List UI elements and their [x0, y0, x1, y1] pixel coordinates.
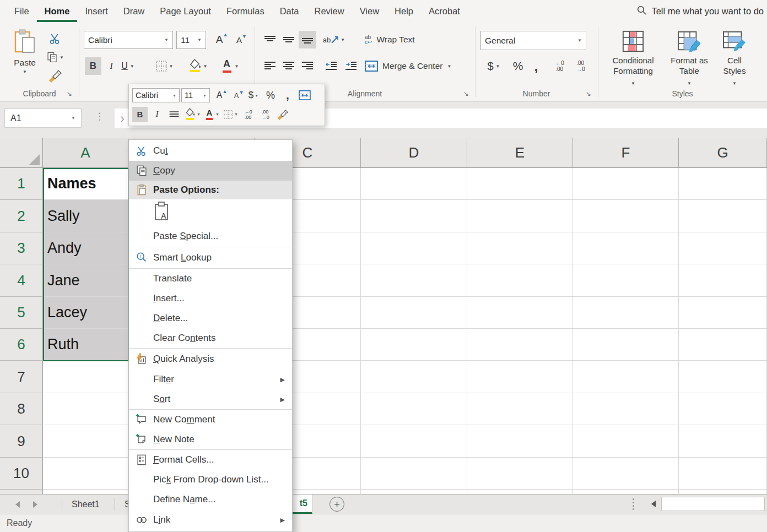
row-header-6[interactable]: 6 [0, 329, 43, 361]
tell-me-search[interactable]: Tell me what you want to do [637, 0, 767, 22]
comma-style-button[interactable]: , [529, 57, 543, 75]
cell-A10[interactable] [43, 458, 128, 490]
conditional-formatting-button[interactable]: Conditional Formatting ▼ [607, 26, 659, 91]
cell-D10[interactable] [361, 458, 467, 490]
cell-F3[interactable] [573, 232, 679, 264]
cell-F10[interactable] [573, 458, 679, 490]
cell-D9[interactable] [361, 425, 467, 458]
mini-borders-button[interactable] [222, 107, 239, 122]
menu-item-quick-analysis[interactable]: Quick Analysis [129, 349, 292, 370]
cell-A6[interactable]: Ruth [43, 329, 128, 361]
shrink-font-button[interactable]: A▼ [230, 31, 248, 48]
cell-A4[interactable]: Jane [43, 264, 128, 297]
tab-formulas[interactable]: Formulas [219, 0, 272, 22]
cell-D2[interactable] [361, 200, 467, 232]
decrease-decimal-button[interactable]: .00→0 [571, 57, 591, 75]
tab-home[interactable]: Home [37, 0, 78, 22]
accounting-format-button[interactable]: $ ▼ [483, 57, 505, 75]
align-middle-button[interactable] [280, 31, 298, 48]
cell-D3[interactable] [361, 232, 467, 264]
cell-A2[interactable]: Sally [43, 200, 128, 232]
row-header-10[interactable]: 10 [0, 458, 43, 490]
column-header-E[interactable]: E [467, 138, 573, 168]
fill-color-button[interactable]: ▼ [186, 57, 209, 75]
name-box[interactable]: A1 [4, 108, 82, 128]
cell-F7[interactable] [573, 361, 679, 393]
cell-F2[interactable] [573, 200, 679, 232]
increase-indent-button[interactable] [342, 57, 360, 75]
cell-G2[interactable] [679, 200, 767, 232]
underline-button[interactable]: U▼ [120, 57, 136, 75]
font-family-combo[interactable]: Calibri [84, 31, 173, 49]
cell-E4[interactable] [467, 264, 573, 297]
mini-font-color-button[interactable]: A [203, 107, 220, 122]
tab-view[interactable]: View [352, 0, 387, 22]
menu-item-paste-special[interactable]: Paste Special... [129, 226, 292, 247]
menu-item-sort[interactable]: Sort [129, 389, 292, 409]
cell-D4[interactable] [361, 264, 467, 297]
clipboard-dialog-launcher-icon[interactable] [65, 89, 74, 98]
row-header-1[interactable]: 1 [0, 168, 43, 200]
cell-F5[interactable] [573, 297, 679, 329]
mini-increase-decimal-button[interactable]: ←0.00 [241, 107, 256, 122]
align-top-button[interactable] [261, 31, 279, 48]
column-header-D[interactable]: D [361, 138, 467, 168]
mini-decrease-decimal-button[interactable]: .00→0 [258, 107, 273, 122]
menu-item-cut[interactable]: Cut [129, 141, 292, 161]
tab-scroll-handle[interactable] [633, 498, 634, 510]
menu-item-new-note[interactable]: New Note [129, 430, 292, 449]
cell-G11[interactable] [679, 490, 767, 494]
column-header-A[interactable]: A [43, 138, 128, 168]
font-color-button[interactable]: A ▼ [218, 57, 241, 75]
cut-button[interactable] [46, 30, 64, 47]
paste-button[interactable]: Paste ▼ [4, 29, 45, 86]
copy-button[interactable]: ▼ [46, 48, 64, 66]
cell-A7[interactable] [43, 361, 128, 393]
mini-font-family-combo[interactable]: Calibri [132, 88, 180, 102]
cell-D8[interactable] [361, 393, 467, 425]
align-right-button[interactable] [299, 57, 316, 75]
cell-G10[interactable] [679, 458, 767, 490]
number-format-combo[interactable]: General [480, 31, 586, 50]
mini-center-button[interactable] [166, 107, 182, 122]
cell-D1[interactable] [361, 168, 467, 200]
menu-item-translate[interactable]: Translate [129, 269, 292, 289]
row-header-9[interactable]: 9 [0, 425, 43, 458]
mini-font-size-combo[interactable]: 11 [181, 88, 210, 102]
cell-E1[interactable] [467, 168, 573, 200]
menu-item-smart-lookup[interactable]: i Smart Lookup [129, 247, 292, 268]
italic-button[interactable]: I [104, 57, 119, 75]
cell-D11[interactable] [361, 490, 467, 494]
column-header-F[interactable]: F [573, 138, 679, 168]
cell-G5[interactable] [679, 297, 767, 329]
mini-italic-button[interactable]: I [149, 107, 165, 122]
menu-item-format-cells[interactable]: Format Cells... [129, 450, 292, 470]
paste-button[interactable]: A [153, 201, 170, 224]
cell-D7[interactable] [361, 361, 467, 393]
bold-button[interactable]: B [85, 57, 101, 75]
mini-grow-font-button[interactable]: A▲ [212, 88, 227, 103]
mini-shrink-font-button[interactable]: A▼ [229, 88, 244, 103]
menu-item-pick-from-list[interactable]: Pick From Drop-down List... [129, 470, 292, 490]
cell-E9[interactable] [467, 425, 573, 458]
number-dialog-launcher-icon[interactable] [584, 89, 593, 98]
cell-A11[interactable] [43, 490, 128, 494]
decrease-indent-button[interactable] [322, 57, 341, 75]
cell-F11[interactable] [573, 490, 679, 494]
cell-D6[interactable] [361, 329, 467, 361]
horizontal-scrollbar[interactable] [661, 497, 765, 511]
cell-G3[interactable] [679, 232, 767, 264]
grow-font-button[interactable]: A▲ [210, 31, 228, 48]
cell-E2[interactable] [467, 200, 573, 232]
cell-E8[interactable] [467, 393, 573, 425]
row-header-3[interactable]: 3 [0, 232, 43, 264]
merge-center-button[interactable]: Merge & Center ▼ [365, 56, 451, 76]
cell-F6[interactable] [573, 329, 679, 361]
mini-accounting-button[interactable]: $ [246, 88, 261, 103]
orientation-button[interactable]: ab ▼ [322, 31, 346, 48]
cell-styles-button[interactable]: Cell Styles ▼ [716, 26, 753, 91]
align-center-button[interactable] [280, 57, 298, 75]
cell-F9[interactable] [573, 425, 679, 458]
name-box-resize-handle[interactable]: ⋮ [95, 111, 104, 122]
cell-D5[interactable] [361, 297, 467, 329]
